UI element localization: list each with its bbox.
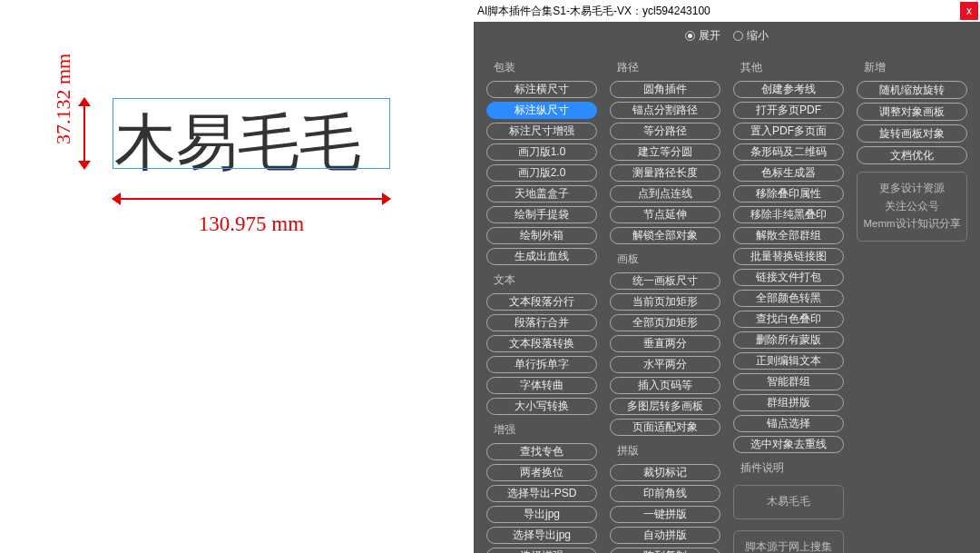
plugin-button[interactable]: 置入PDF多页面 (733, 123, 844, 140)
dimension-line (113, 198, 390, 200)
panel-body: 包装标注横尺寸标注纵尺寸标注尺寸增强画刀版1.0画刀版2.0天地盖盒子绘制手提袋… (474, 49, 980, 553)
group-title: 插件说明 (740, 460, 846, 476)
plugin-button[interactable]: 删除所有蒙版 (733, 331, 844, 349)
plugin-button[interactable]: 文本段落分行 (486, 293, 597, 311)
vertical-dimension-label: 37.132 mm (52, 74, 74, 144)
plugin-button[interactable]: 打开多页PDF (733, 102, 844, 119)
radio-label: 展开 (699, 28, 720, 44)
vertical-dimension (78, 98, 91, 169)
plugin-button[interactable]: 色标生成器 (733, 164, 844, 182)
plugin-button[interactable]: 文档优化 (857, 146, 967, 164)
plugin-button[interactable]: 阵列复制 (610, 548, 720, 553)
plugin-button[interactable]: 画刀版2.0 (486, 164, 597, 182)
plugin-button[interactable]: 选择导出jpg (486, 527, 597, 544)
plugin-button[interactable]: 测量路径长度 (610, 164, 720, 182)
plugin-button[interactable]: 随机缩放旋转 (857, 81, 967, 99)
plugin-button[interactable]: 锚点分割路径 (610, 102, 720, 119)
plugin-button[interactable]: 标注尺寸增强 (486, 123, 597, 140)
plugin-button[interactable]: 条形码及二维码 (733, 143, 844, 161)
plugin-button[interactable]: 统一画板尺寸 (610, 272, 720, 290)
plugin-button[interactable]: 圆角插件 (610, 81, 720, 98)
horizontal-dimension (113, 193, 390, 205)
plugin-panel: AI脚本插件合集S1-木易毛毛-VX：ycl594243100 x 展开 缩小 … (474, 0, 980, 553)
artwork-text-object[interactable]: 木易毛毛 (114, 102, 388, 167)
arrow-right-icon (382, 193, 391, 205)
group-title: 包装 (494, 60, 599, 75)
plugin-button[interactable]: 一键拼版 (610, 506, 720, 523)
plugin-button[interactable]: 绘制外箱 (486, 227, 597, 244)
plugin-button[interactable]: 群组拼版 (733, 394, 844, 411)
plugin-button[interactable]: 多图层转多画板 (610, 398, 720, 415)
group-title: 新增 (864, 60, 969, 75)
plugin-button[interactable]: 选择导出-PSD (486, 485, 597, 502)
plugin-button[interactable]: 段落行合并 (486, 314, 597, 331)
plugin-button[interactable]: 印前角线 (610, 485, 720, 502)
canvas-area: 木易毛毛 37.132 mm 130.975 mm (0, 0, 472, 553)
plugin-button[interactable]: 选择增强 (486, 548, 597, 553)
plugin-button[interactable]: 解锁全部对象 (610, 227, 720, 244)
plugin-button[interactable]: 锚点选择 (733, 415, 844, 432)
plugin-button[interactable]: 水平两分 (610, 356, 720, 373)
group-title: 其他 (740, 60, 846, 75)
plugin-button[interactable]: 点到点连线 (610, 185, 720, 202)
plugin-button[interactable]: 两者换位 (486, 464, 597, 481)
plugin-button[interactable]: 节点延伸 (610, 206, 720, 223)
plugin-button[interactable]: 批量替换链接图 (733, 248, 844, 265)
plugin-button[interactable]: 画刀版1.0 (486, 143, 597, 161)
close-button[interactable]: x (960, 2, 978, 20)
panel-column: 其他创建参考线打开多页PDF置入PDF多页面条形码及二维码色标生成器移除叠印属性… (731, 54, 846, 542)
plugin-button[interactable]: 解散全部群组 (733, 227, 844, 244)
plugin-button[interactable]: 生成出血线 (486, 248, 597, 265)
close-icon: x (966, 5, 972, 17)
plugin-button[interactable]: 页面适配对象 (610, 419, 720, 436)
radio-dot-icon (685, 31, 695, 41)
plugin-button[interactable]: 裁切标记 (610, 464, 720, 481)
plugin-button[interactable]: 正则编辑文本 (733, 352, 844, 370)
group-title: 路径 (617, 60, 722, 75)
plugin-button[interactable]: 导出jpg (486, 506, 597, 523)
panel-column: 新增随机缩放旋转调整对象画板旋转画板对象文档优化更多设计资源关注公众号Memm设… (855, 54, 969, 542)
plugin-button[interactable]: 链接文件打包 (733, 269, 844, 286)
group-title: 画板 (617, 252, 722, 267)
plugin-button[interactable]: 当前页加矩形 (610, 293, 720, 311)
horizontal-dimension-label: 130.975 mm (113, 212, 390, 236)
radio-shrink[interactable]: 缩小 (733, 28, 769, 44)
group-title: 拼版 (617, 443, 722, 459)
radio-label: 缩小 (747, 28, 769, 44)
plugin-button[interactable]: 建立等分圆 (610, 143, 720, 161)
plugin-button[interactable]: 字体转曲 (486, 377, 597, 394)
panel-column: 包装标注横尺寸标注纵尺寸标注尺寸增强画刀版1.0画刀版2.0天地盖盒子绘制手提袋… (485, 54, 599, 542)
plugin-button[interactable]: 标注纵尺寸 (486, 102, 597, 119)
plugin-button[interactable]: 大小写转换 (486, 398, 597, 415)
group-title: 文本 (494, 272, 599, 288)
plugin-button[interactable]: 调整对象画板 (857, 103, 967, 121)
plugin-button[interactable]: 垂直两分 (610, 335, 720, 352)
panel-titlebar: AI脚本插件合集S1-木易毛毛-VX：ycl594243100 x (474, 0, 980, 22)
info-box: 脚本源于网上搜集版权归原作者所有 (733, 530, 844, 553)
plugin-button[interactable]: 创建参考线 (733, 81, 844, 98)
plugin-button[interactable]: 选中对象去重线 (733, 436, 844, 453)
plugin-button[interactable]: 天地盖盒子 (486, 185, 597, 202)
plugin-button[interactable]: 文本段落转换 (486, 335, 597, 352)
plugin-button[interactable]: 移除非纯黑叠印 (733, 206, 844, 223)
plugin-button[interactable]: 移除叠印属性 (733, 185, 844, 202)
plugin-button[interactable]: 查找白色叠印 (733, 311, 844, 328)
radio-dot-icon (733, 31, 743, 41)
plugin-button[interactable]: 插入页码等 (610, 377, 720, 394)
radio-expand[interactable]: 展开 (685, 28, 720, 44)
plugin-button[interactable]: 全部页加矩形 (610, 314, 720, 331)
group-title: 增强 (494, 422, 599, 438)
plugin-button[interactable]: 智能群组 (733, 373, 844, 390)
plugin-button[interactable]: 单行拆单字 (486, 356, 597, 373)
plugin-button[interactable]: 自动拼版 (610, 527, 720, 544)
plugin-button[interactable]: 等分路径 (610, 123, 720, 140)
view-toggle: 展开 缩小 (474, 22, 980, 49)
plugin-button[interactable]: 查找专色 (486, 443, 597, 460)
arrow-down-icon (78, 161, 91, 170)
plugin-button[interactable]: 绘制手提袋 (486, 206, 597, 223)
info-box: 更多设计资源关注公众号Memm设计知识分享 (857, 172, 967, 242)
plugin-button[interactable]: 全部颜色转黑 (733, 290, 844, 307)
info-box: 木易毛毛 (733, 485, 844, 519)
plugin-button[interactable]: 标注横尺寸 (486, 81, 597, 98)
plugin-button[interactable]: 旋转画板对象 (857, 124, 967, 143)
